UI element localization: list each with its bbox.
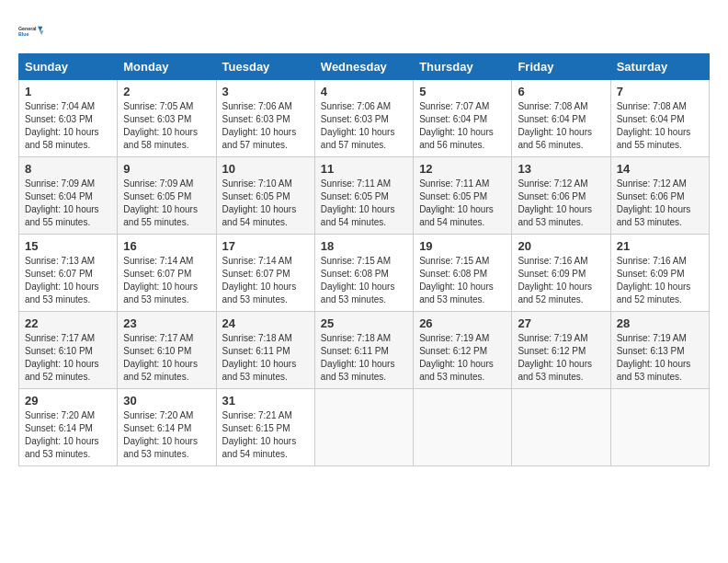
calendar-cell: 22Sunrise: 7:17 AM Sunset: 6:10 PM Dayli… <box>19 312 118 389</box>
day-info: Sunrise: 7:18 AM Sunset: 6:11 PM Dayligh… <box>222 332 309 384</box>
logo: GeneralBlue <box>18 18 44 44</box>
day-number: 3 <box>222 85 309 98</box>
day-number: 8 <box>25 162 111 176</box>
day-number: 13 <box>518 162 604 176</box>
day-info: Sunrise: 7:05 AM Sunset: 6:03 PM Dayligh… <box>123 100 210 152</box>
day-number: 9 <box>123 162 210 176</box>
day-number: 18 <box>321 239 407 253</box>
day-number: 29 <box>25 394 111 408</box>
svg-text:General: General <box>18 26 37 31</box>
calendar-cell <box>414 389 512 466</box>
calendar-cell: 1Sunrise: 7:04 AM Sunset: 6:03 PM Daylig… <box>19 80 118 157</box>
day-number: 17 <box>222 239 309 253</box>
calendar-cell: 20Sunrise: 7:16 AM Sunset: 6:09 PM Dayli… <box>512 235 610 312</box>
day-info: Sunrise: 7:08 AM Sunset: 6:04 PM Dayligh… <box>518 100 604 152</box>
calendar-header-sunday: Sunday <box>19 54 118 80</box>
day-info: Sunrise: 7:09 AM Sunset: 6:04 PM Dayligh… <box>25 178 111 229</box>
day-info: Sunrise: 7:11 AM Sunset: 6:05 PM Dayligh… <box>419 178 506 229</box>
day-number: 7 <box>617 85 703 98</box>
calendar-cell: 13Sunrise: 7:12 AM Sunset: 6:06 PM Dayli… <box>512 157 610 235</box>
calendar-cell <box>610 389 709 466</box>
day-info: Sunrise: 7:19 AM Sunset: 6:12 PM Dayligh… <box>518 332 604 384</box>
day-info: Sunrise: 7:19 AM Sunset: 6:12 PM Dayligh… <box>419 332 506 384</box>
calendar-table: SundayMondayTuesdayWednesdayThursdayFrid… <box>18 53 710 466</box>
day-info: Sunrise: 7:12 AM Sunset: 6:06 PM Dayligh… <box>617 178 703 229</box>
calendar-cell: 26Sunrise: 7:19 AM Sunset: 6:12 PM Dayli… <box>414 312 512 389</box>
calendar-cell: 5Sunrise: 7:07 AM Sunset: 6:04 PM Daylig… <box>414 80 512 157</box>
calendar-cell: 18Sunrise: 7:15 AM Sunset: 6:08 PM Dayli… <box>314 235 413 312</box>
calendar-cell: 6Sunrise: 7:08 AM Sunset: 6:04 PM Daylig… <box>512 80 610 157</box>
calendar-header-wednesday: Wednesday <box>314 54 413 80</box>
logo-icon: GeneralBlue <box>18 18 44 44</box>
calendar-cell: 16Sunrise: 7:14 AM Sunset: 6:07 PM Dayli… <box>118 235 216 312</box>
calendar-cell: 12Sunrise: 7:11 AM Sunset: 6:05 PM Dayli… <box>414 157 512 235</box>
day-number: 20 <box>518 239 604 253</box>
day-info: Sunrise: 7:18 AM Sunset: 6:11 PM Dayligh… <box>321 332 407 384</box>
day-number: 4 <box>321 85 407 98</box>
day-info: Sunrise: 7:20 AM Sunset: 6:14 PM Dayligh… <box>123 409 210 461</box>
day-number: 25 <box>321 316 407 330</box>
calendar-header-saturday: Saturday <box>610 54 709 80</box>
day-info: Sunrise: 7:07 AM Sunset: 6:04 PM Dayligh… <box>419 100 506 152</box>
calendar-cell: 29Sunrise: 7:20 AM Sunset: 6:14 PM Dayli… <box>19 389 118 466</box>
calendar-cell: 30Sunrise: 7:20 AM Sunset: 6:14 PM Dayli… <box>118 389 216 466</box>
calendar-cell: 28Sunrise: 7:19 AM Sunset: 6:13 PM Dayli… <box>610 312 709 389</box>
svg-marker-3 <box>40 30 44 35</box>
header: GeneralBlue <box>18 18 710 44</box>
day-number: 23 <box>123 316 210 330</box>
calendar-cell: 21Sunrise: 7:16 AM Sunset: 6:09 PM Dayli… <box>610 235 709 312</box>
calendar-cell: 15Sunrise: 7:13 AM Sunset: 6:07 PM Dayli… <box>19 235 118 312</box>
day-info: Sunrise: 7:15 AM Sunset: 6:08 PM Dayligh… <box>419 255 506 306</box>
day-info: Sunrise: 7:06 AM Sunset: 6:03 PM Dayligh… <box>321 100 407 152</box>
svg-text:Blue: Blue <box>18 31 28 37</box>
day-info: Sunrise: 7:17 AM Sunset: 6:10 PM Dayligh… <box>25 332 111 384</box>
day-number: 21 <box>617 239 703 253</box>
calendar-header-friday: Friday <box>512 54 610 80</box>
day-number: 5 <box>419 85 506 98</box>
calendar-cell: 23Sunrise: 7:17 AM Sunset: 6:10 PM Dayli… <box>118 312 216 389</box>
day-number: 31 <box>222 394 309 408</box>
calendar-cell <box>314 389 413 466</box>
calendar-cell: 2Sunrise: 7:05 AM Sunset: 6:03 PM Daylig… <box>118 80 216 157</box>
day-info: Sunrise: 7:04 AM Sunset: 6:03 PM Dayligh… <box>25 100 111 152</box>
day-number: 16 <box>123 239 210 253</box>
calendar-week-4: 22Sunrise: 7:17 AM Sunset: 6:10 PM Dayli… <box>19 312 710 389</box>
day-number: 11 <box>321 162 407 176</box>
day-number: 10 <box>222 162 309 176</box>
day-info: Sunrise: 7:06 AM Sunset: 6:03 PM Dayligh… <box>222 100 309 152</box>
day-info: Sunrise: 7:20 AM Sunset: 6:14 PM Dayligh… <box>25 409 111 461</box>
calendar-header-row: SundayMondayTuesdayWednesdayThursdayFrid… <box>19 54 710 80</box>
day-number: 1 <box>25 85 111 98</box>
calendar-week-5: 29Sunrise: 7:20 AM Sunset: 6:14 PM Dayli… <box>19 389 710 466</box>
calendar-week-2: 8Sunrise: 7:09 AM Sunset: 6:04 PM Daylig… <box>19 157 710 235</box>
day-number: 14 <box>617 162 703 176</box>
calendar-cell: 27Sunrise: 7:19 AM Sunset: 6:12 PM Dayli… <box>512 312 610 389</box>
day-info: Sunrise: 7:13 AM Sunset: 6:07 PM Dayligh… <box>25 255 111 306</box>
calendar-cell: 10Sunrise: 7:10 AM Sunset: 6:05 PM Dayli… <box>216 157 314 235</box>
calendar-cell: 8Sunrise: 7:09 AM Sunset: 6:04 PM Daylig… <box>19 157 118 235</box>
calendar-cell: 24Sunrise: 7:18 AM Sunset: 6:11 PM Dayli… <box>216 312 314 389</box>
calendar-cell: 11Sunrise: 7:11 AM Sunset: 6:05 PM Dayli… <box>314 157 413 235</box>
day-number: 6 <box>518 85 604 98</box>
day-number: 12 <box>419 162 506 176</box>
day-info: Sunrise: 7:15 AM Sunset: 6:08 PM Dayligh… <box>321 255 407 306</box>
day-number: 30 <box>123 394 210 408</box>
calendar-cell: 9Sunrise: 7:09 AM Sunset: 6:05 PM Daylig… <box>118 157 216 235</box>
day-info: Sunrise: 7:19 AM Sunset: 6:13 PM Dayligh… <box>617 332 703 384</box>
calendar-cell: 4Sunrise: 7:06 AM Sunset: 6:03 PM Daylig… <box>314 80 413 157</box>
day-info: Sunrise: 7:14 AM Sunset: 6:07 PM Dayligh… <box>222 255 309 306</box>
calendar-cell: 25Sunrise: 7:18 AM Sunset: 6:11 PM Dayli… <box>314 312 413 389</box>
day-info: Sunrise: 7:16 AM Sunset: 6:09 PM Dayligh… <box>518 255 604 306</box>
day-number: 28 <box>617 316 703 330</box>
day-info: Sunrise: 7:12 AM Sunset: 6:06 PM Dayligh… <box>518 178 604 229</box>
day-number: 2 <box>123 85 210 98</box>
calendar-cell: 17Sunrise: 7:14 AM Sunset: 6:07 PM Dayli… <box>216 235 314 312</box>
day-info: Sunrise: 7:21 AM Sunset: 6:15 PM Dayligh… <box>222 409 309 461</box>
calendar-cell: 3Sunrise: 7:06 AM Sunset: 6:03 PM Daylig… <box>216 80 314 157</box>
calendar-header-thursday: Thursday <box>414 54 512 80</box>
day-number: 22 <box>25 316 111 330</box>
calendar-header-tuesday: Tuesday <box>216 54 314 80</box>
calendar-week-1: 1Sunrise: 7:04 AM Sunset: 6:03 PM Daylig… <box>19 80 710 157</box>
day-number: 15 <box>25 239 111 253</box>
day-info: Sunrise: 7:14 AM Sunset: 6:07 PM Dayligh… <box>123 255 210 306</box>
